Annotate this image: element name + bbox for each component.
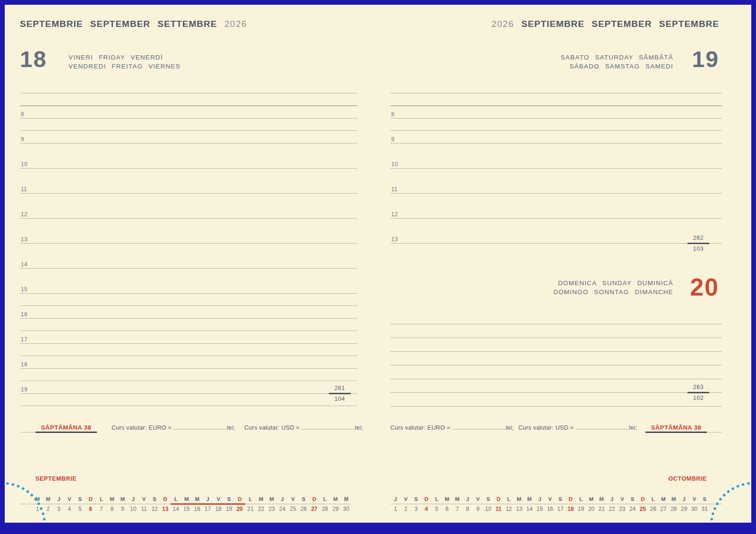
mini-cal-day: 20 (234, 506, 245, 512)
weekday-letter: V (689, 496, 700, 502)
mini-cal-day: 14 (524, 506, 535, 512)
weekday-letter: M (341, 496, 352, 502)
weekday-letter: V (473, 496, 483, 502)
footer-rule-left (20, 432, 35, 432)
day-of-year-right: 262 (687, 235, 709, 241)
currency-usd-left: Curs valutar: USD = ....................… (244, 424, 363, 431)
weekday-letter: V (401, 496, 411, 502)
weekday-letter: S (627, 496, 638, 502)
weekday-letter: S (75, 496, 86, 502)
mini-cal-day: 17 (555, 506, 566, 512)
diary-page-spread: SEPTEMBRIE SEPTEMBER SETTEMBRE 2026 18 V… (5, 5, 751, 523)
currency-euro-right: Curs valutar: EURO = ...................… (390, 424, 514, 431)
weekday-letter: S (149, 496, 160, 502)
weekday-letter: S (699, 496, 710, 502)
weekday-letter: V (288, 496, 299, 502)
days-remaining-left: 104 (329, 396, 351, 402)
footer-rule-right (707, 432, 722, 432)
mini-cal-day: 29 (330, 506, 341, 512)
day-names-right-line1: SABATO SATURDAY SÂMBĂTĂ (561, 53, 673, 62)
week-label-right: SĂPTĂMÂNA 38 (645, 424, 707, 431)
week-underline-right (645, 432, 707, 433)
hour-label: 13 (21, 236, 27, 243)
hour-label: 8 (391, 111, 395, 118)
mini-cal-day: 18 (213, 506, 224, 512)
weekday-letter: M (442, 496, 452, 502)
hour-label: 11 (21, 186, 27, 193)
weekday-letter: V (545, 496, 555, 502)
mini-cal-day: 26 (648, 506, 658, 512)
week-underline-left (35, 432, 97, 433)
mini-cal-day: 6 (442, 506, 452, 512)
weekday-letter: J (203, 496, 214, 502)
weekday-letter: L (96, 496, 107, 502)
weekday-letter: S (298, 496, 309, 502)
day-names-right: SABATO SATURDAY SÂMBĂTĂ SÁBADO SAMSTAG S… (561, 53, 673, 71)
day-number-right: 19 (692, 48, 719, 71)
mini-cal-day: 16 (192, 506, 203, 512)
weekday-letter: M (524, 496, 535, 502)
weekday-letter: V (213, 496, 224, 502)
page-left-friday: SEPTEMBRIE SEPTEMBER SETTEMBRE 2026 18 V… (20, 5, 357, 523)
hour-label: 10 (21, 161, 27, 168)
hour-label: 11 (391, 186, 397, 193)
weekday-letter: L (319, 496, 330, 502)
mini-cal-day: 14 (171, 506, 181, 512)
mini-cal-day-row-left: 1234567891011121314151617181920212223242… (32, 506, 352, 512)
mini-cal-day: 30 (341, 506, 352, 512)
hour-grid-left: 8910111213141516171819 261 104 (20, 93, 357, 406)
weekday-letter: M (658, 496, 669, 502)
days-remaining-sunday: 102 (687, 395, 709, 401)
days-remaining-right: 103 (687, 246, 709, 252)
weekday-letter: M (330, 496, 341, 502)
year-right: 2026 (491, 19, 514, 29)
hour-label: 9 (391, 136, 395, 143)
weekday-letter: J (53, 496, 64, 502)
mini-cal-day: 9 (117, 506, 128, 512)
weekday-letter: S (555, 496, 566, 502)
day-of-year-divider-sunday (687, 392, 709, 393)
mini-cal-day: 4 (421, 506, 431, 512)
mini-cal-day: 1 (390, 506, 401, 512)
mini-cal-day: 27 (658, 506, 669, 512)
weekday-letter: J (679, 496, 689, 502)
weekday-letter: M (586, 496, 596, 502)
weekday-letter: D (493, 496, 504, 502)
mini-cal-day: 23 (617, 506, 627, 512)
day-names-sunday: DOMENICA SUNDAY DUMINICĂ DOMINGO SONNTAG… (553, 279, 673, 297)
weekday-letter: M (43, 496, 54, 502)
weekday-letter: J (463, 496, 473, 502)
day-number-sunday: 20 (690, 275, 719, 299)
mini-cal-day: 10 (128, 506, 139, 512)
mini-cal-day: 5 (75, 506, 86, 512)
mini-cal-weekday-row-left: MMJVSDLMMJVSDLMMJVSDLMMJVSDLMM (32, 496, 352, 502)
day-of-year-divider-left (329, 393, 351, 394)
mini-cal-day: 7 (96, 506, 107, 512)
weekday-letter: D (160, 496, 171, 502)
weekday-letter: D (86, 496, 96, 502)
mini-cal-day: 26 (298, 506, 309, 512)
hour-label: 15 (21, 286, 27, 293)
mini-cal-day: 2 (43, 506, 54, 512)
hour-label: 19 (21, 386, 27, 393)
weekday-letter: D (234, 496, 245, 502)
mini-cal-day: 6 (86, 506, 96, 512)
month-title-left: SEPTEMBRIE SEPTEMBER SETTEMBRE 2026 (20, 19, 247, 29)
mini-cal-day: 11 (138, 506, 149, 512)
mini-cal-day: 28 (669, 506, 679, 512)
hour-label: 13 (391, 236, 398, 243)
year-left: 2026 (224, 19, 247, 29)
mini-cal-day: 24 (627, 506, 638, 512)
weekday-letter: V (64, 496, 75, 502)
mini-cal-day: 3 (53, 506, 64, 512)
mini-cal-day: 27 (309, 506, 320, 512)
day-names-left-line2: VENDREDI FREITAG VIERNES (69, 62, 180, 71)
hour-label: 16 (21, 311, 27, 318)
mini-cal-day: 8 (107, 506, 118, 512)
mini-cal-day: 13 (514, 506, 524, 512)
day-of-year-left: 261 (329, 385, 351, 391)
weekday-letter: J (607, 496, 617, 502)
month-title-right-text: SEPTIEMBRE SEPTEMBER SEPTEMBRE (521, 19, 719, 29)
mini-cal-separator-right (390, 504, 722, 504)
mini-cal-day: 31 (699, 506, 710, 512)
